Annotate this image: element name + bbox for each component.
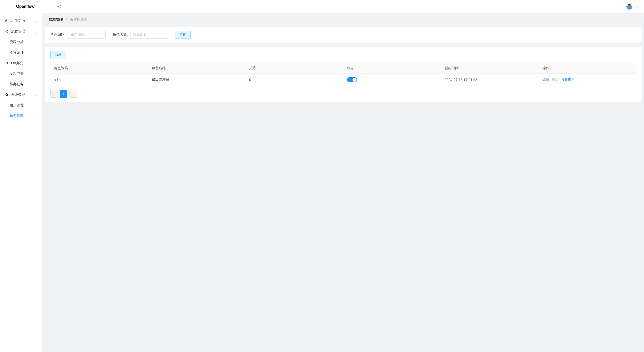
cell-sort: 0 — [246, 74, 344, 86]
cell-actions: 编辑 删除 授权用户 — [539, 74, 637, 86]
chevron-down-icon — [35, 20, 37, 22]
sidebar-subitem-apply[interactable]: 发起申请 — [0, 68, 42, 79]
chevron-down-icon[interactable] — [635, 5, 638, 8]
breadcrumb: 流程管理 / 未实现路径 — [43, 13, 644, 27]
query-button[interactable]: 查询 — [175, 31, 191, 39]
sidebar-subitem-label: 待办任务 — [10, 82, 24, 87]
breadcrumb-separator: / — [66, 18, 67, 22]
svg-line-14 — [6, 31, 8, 31]
chevron-up-icon — [35, 94, 37, 96]
content: 流程管理 / 未实现路径 角色编码: 角色名称: 查询 新增 角色编码 — [43, 13, 644, 352]
th-status: 状态 — [344, 63, 441, 74]
status-switch[interactable] — [347, 77, 357, 82]
add-button[interactable]: 新增 — [50, 51, 66, 59]
chevron-up-icon — [35, 62, 37, 64]
sidebar-subitem-role-mgmt[interactable]: 角色管理 — [0, 111, 42, 121]
sidebar-subitem-label: 用户管理 — [10, 103, 24, 108]
send-icon — [5, 61, 9, 65]
th-name: 角色名称 — [148, 63, 246, 74]
header-right — [626, 4, 638, 10]
svg-line-3 — [58, 5, 58, 5]
sidebar-subitem-label: 流程分类 — [10, 40, 24, 44]
cell-status — [344, 74, 441, 86]
form-group-code: 角色编码: — [50, 31, 106, 39]
layout: 示例页面 流程管理 流程分类 流程设计 — [0, 13, 644, 352]
chevron-up-icon — [35, 30, 37, 33]
delete-link[interactable]: 删除 — [552, 78, 558, 82]
circle-icon — [5, 19, 9, 23]
cell-created: 2024-07-13 17:21:08 — [441, 74, 539, 86]
authorize-link[interactable]: 授权用户 — [561, 78, 574, 82]
avatar[interactable] — [626, 4, 632, 10]
name-label: 角色名称: — [113, 32, 128, 37]
svg-line-15 — [6, 32, 8, 32]
sidebar-item-system[interactable]: 系统管理 — [0, 90, 42, 100]
svg-point-12 — [7, 30, 8, 31]
search-panel: 角色编码: 角色名称: 查询 — [45, 27, 641, 43]
breadcrumb-current: 未实现路径 — [70, 18, 88, 22]
svg-line-7 — [58, 8, 58, 8]
form-group-name: 角色名称: — [113, 31, 168, 39]
breadcrumb-parent[interactable]: 流程管理 — [49, 18, 63, 22]
th-actions: 操作 — [539, 63, 637, 74]
sidebar-subitem-label: 角色管理 — [10, 114, 24, 118]
name-input[interactable] — [130, 31, 168, 39]
code-label: 角色编码: — [50, 32, 65, 37]
svg-point-0 — [59, 6, 60, 7]
sidebar-subitem-user-mgmt[interactable]: 用户管理 — [0, 100, 42, 111]
svg-line-4 — [60, 8, 61, 8]
svg-point-11 — [6, 31, 6, 32]
sidebar-item-example[interactable]: 示例页面 — [0, 16, 42, 26]
svg-line-8 — [60, 5, 61, 5]
sidebar-subitem-todo[interactable]: 待办任务 — [0, 79, 42, 90]
sidebar-item-label: 示例页面 — [11, 19, 25, 23]
sidebar-subitem-flow-category[interactable]: 流程分类 — [0, 37, 42, 47]
page-prev-button[interactable] — [50, 90, 58, 98]
table-panel: 新增 角色编码 角色名称 排序 状态 创建时间 操作 admin — [45, 47, 641, 102]
th-code: 角色编码 — [50, 63, 148, 74]
sidebar-subitem-label: 流程设计 — [10, 50, 24, 55]
th-created: 创建时间 — [441, 63, 539, 74]
theme-toggle-icon[interactable] — [57, 4, 62, 9]
cell-name: 超级管理员 — [148, 74, 246, 86]
sidebar-item-label: OA办公 — [11, 61, 23, 65]
role-table: 角色编码 角色名称 排序 状态 创建时间 操作 admin 超级管理员 0 — [50, 63, 636, 86]
sidebar-item-label: 流程管理 — [11, 29, 25, 34]
pagination: 1 — [50, 90, 636, 98]
header-left: Openflow — [6, 4, 62, 9]
sidebar-item-oa[interactable]: OA办公 — [0, 58, 42, 68]
code-input[interactable] — [68, 31, 106, 39]
sidebar-subitem-flow-design[interactable]: 流程设计 — [0, 47, 42, 58]
sidebar-item-label: 系统管理 — [11, 93, 25, 97]
page-number-button[interactable]: 1 — [60, 90, 67, 98]
header: Openflow — [0, 0, 644, 13]
sidebar: 示例页面 流程管理 流程分类 流程设计 — [0, 13, 43, 352]
svg-point-13 — [7, 32, 8, 33]
sidebar-item-flow[interactable]: 流程管理 — [0, 26, 42, 37]
gear-icon — [5, 93, 9, 97]
table-row: admin 超级管理员 0 2024-07-13 17:21:08 编辑 删除 … — [50, 74, 636, 86]
cell-code: admin — [50, 74, 148, 86]
page-next-button[interactable] — [69, 90, 77, 98]
sidebar-subitem-label: 发起申请 — [10, 71, 24, 76]
logo[interactable]: Openflow — [6, 4, 34, 9]
share-icon — [5, 30, 9, 33]
th-sort: 排序 — [246, 63, 344, 74]
svg-point-10 — [6, 20, 7, 21]
edit-link[interactable]: 编辑 — [542, 78, 549, 82]
